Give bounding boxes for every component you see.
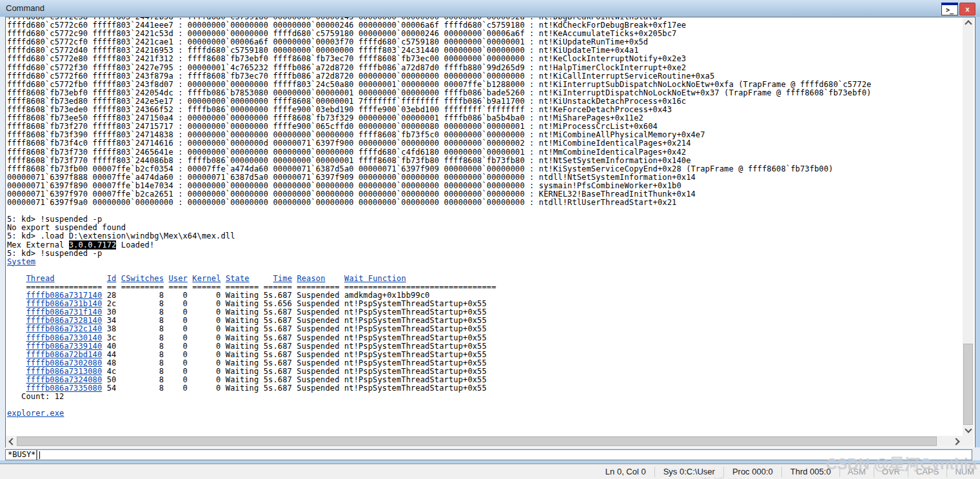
command-input-box[interactable] [37, 449, 972, 460]
window-title: Command [6, 3, 44, 13]
column-header-user[interactable]: User [168, 274, 187, 283]
close-icon: x [965, 5, 969, 13]
column-header-kernel[interactable]: Kernel [192, 274, 220, 283]
scroll-right-button[interactable] [952, 436, 963, 447]
thread-link[interactable]: ffffb086a7339140 [26, 342, 102, 351]
status-process: Proc 000:0 [723, 467, 781, 477]
thread-link[interactable]: ffffb086a7313080 [26, 367, 102, 376]
command-output-text: ffffd680`c5772c58 fffff803`24472b58 : ff… [7, 17, 963, 418]
thread-link[interactable]: ffffb086a731b140 [26, 299, 102, 308]
command-output[interactable]: ffffd680`c5772c58 fffff803`24472b58 : ff… [6, 17, 963, 436]
vertical-scroll-thumb[interactable] [963, 344, 973, 425]
console-prompt-icon: >_ [946, 6, 954, 14]
count-line: Count: 12 [7, 393, 963, 401]
thread-link[interactable]: ffffb086a72bd140 [26, 350, 102, 359]
blank-line [7, 401, 963, 409]
process-link-system[interactable]: System [7, 257, 35, 266]
horizontal-scroll-thumb[interactable] [17, 436, 937, 446]
status-cursor-position: Ln 0, Col 0 [597, 467, 654, 477]
mex-version-highlight: 3.0.0.7172 [69, 240, 117, 249]
process-link-line: System [7, 258, 963, 266]
thread-link[interactable]: ffffb086a7317140 [26, 291, 102, 300]
thread-row-line: ffffb086a7339140 40 8 0 0 Waiting 5s.687… [7, 342, 963, 351]
stack-frame-line: 00000071`6397f890 00007ffe`b14e7034 : 00… [7, 182, 963, 190]
vertical-scrollbar[interactable] [963, 17, 974, 436]
column-header-id[interactable]: Id [107, 274, 117, 283]
blank-line [7, 207, 963, 215]
thread-row-line: ffffb086a7302080 48 8 0 0 Waiting 5s.687… [7, 359, 963, 367]
scroll-down-button[interactable] [963, 425, 974, 436]
stack-frame-line: ffff8608`fb73f4c0 fffff803`24714616 : 00… [7, 139, 963, 148]
windbg-command-window: Command >_ x ffffd680`c5772c58 fffff803`… [0, 0, 980, 479]
status-toggle-caps: CAPS [908, 467, 946, 477]
prompt-row: *BUSY* [0, 447, 980, 460]
stack-frame-line: ffffd680`c5772f60 fffff803`243f879a : ff… [7, 72, 963, 81]
stack-frame-line: ffffd680`c5772f30 fffff803`2427e795 : 00… [7, 64, 963, 72]
status-thread: Thrd 005:0 [781, 467, 839, 477]
column-header-cswitches[interactable]: CSwitches [121, 274, 164, 283]
column-header-time[interactable]: Time [273, 274, 292, 283]
column-header-wait-function[interactable]: Wait Function [344, 274, 406, 283]
scroll-left-button[interactable] [6, 436, 17, 447]
thread-link[interactable]: ffffb086a732c140 [26, 324, 102, 333]
status-system: Sys 0:C:\User [654, 467, 723, 477]
thread-row-line: ffffb086a732c140 38 8 0 0 Waiting 5s.687… [7, 325, 963, 333]
kd-prompt-line: 5: kd> !suspended -p [7, 215, 963, 224]
thread-link[interactable]: ffffb086a7328140 [26, 316, 102, 325]
thread-row-line: ffffb086a72bd140 44 8 0 0 Waiting 5s.687… [7, 351, 963, 359]
status-bar: Ln 0, Col 0 Sys 0:C:\User Proc 000:0 Thr… [0, 464, 980, 479]
status-toggle-ovr: OVR [874, 467, 908, 477]
chevron-up-icon [965, 20, 972, 27]
window-titlebar[interactable]: Command >_ x [0, 0, 980, 17]
stack-frame-line: ffff8608`fb73f770 fffff803`244086b8 : ff… [7, 157, 963, 165]
stack-frame-line: ffffd680`c5772e80 fffff803`2421f312 : ff… [7, 55, 963, 63]
close-button[interactable]: x [959, 3, 975, 15]
mex-loaded-line: Mex External 3.0.0.7172 Loaded! [7, 241, 963, 249]
thread-link[interactable]: ffffb086a731f140 [26, 308, 102, 317]
stack-frame-line: ffff8608`fb73ebf0 fffff803`242054dc : ff… [7, 89, 963, 97]
stack-frame-line: ffffd680`c5772fb0 fffff803`243f8d07 : 00… [7, 81, 963, 89]
dock-button[interactable]: >_ [941, 3, 958, 15]
column-header-thread[interactable]: Thread [26, 274, 54, 283]
command-input[interactable] [39, 451, 967, 459]
thread-link[interactable]: ffffb086a7302080 [26, 358, 102, 367]
thread-row-line: ffffb086a7335080 54 8 0 0 Waiting 5s.687… [7, 384, 963, 393]
stack-frame-line: 00000071`6397f888 00007ffe`a474da60 : 00… [7, 173, 963, 182]
thread-row-line: ffffb086a7330140 3c 8 0 0 Waiting 5s.687… [7, 334, 963, 342]
stack-frame-line: 00000071`6397f9a0 00000000`00000000 : 00… [7, 199, 963, 207]
stack-frame-line: ffff8608`fb73fb00 00007ffe`b2cf0354 : 00… [7, 165, 963, 173]
process-link-line: explorer.exe [7, 409, 963, 418]
scrollbar-corner [963, 436, 974, 447]
scroll-up-button[interactable] [963, 17, 974, 28]
thread-link[interactable]: ffffb086a7330140 [26, 333, 102, 342]
kd-prompt-line: 5: kd> .load D:\extension\windbg\Mex\x64… [7, 232, 963, 240]
status-toggle-asm: ASM [839, 467, 874, 477]
chevron-right-icon [952, 438, 959, 445]
window-frame-left [0, 17, 5, 460]
status-toggle-num: NUM [946, 467, 980, 477]
column-header-state[interactable]: State [226, 274, 250, 283]
kd-prompt-line: 5: kd> !suspended -p [7, 249, 963, 258]
horizontal-scrollbar[interactable] [6, 436, 963, 447]
prompt-status: *BUSY* [5, 449, 37, 460]
chevron-down-icon [965, 425, 972, 433]
thread-link[interactable]: ffffb086a7324080 [26, 375, 102, 384]
column-header-reason[interactable]: Reason [297, 274, 325, 283]
thread-link[interactable]: ffffb086a7335080 [26, 384, 102, 393]
process-link-explorer[interactable]: explorer.exe [7, 409, 64, 418]
chevron-left-icon [8, 438, 15, 445]
stack-frame-line: ffff8608`fb73f730 fffff803`2465641e : 00… [7, 148, 963, 157]
